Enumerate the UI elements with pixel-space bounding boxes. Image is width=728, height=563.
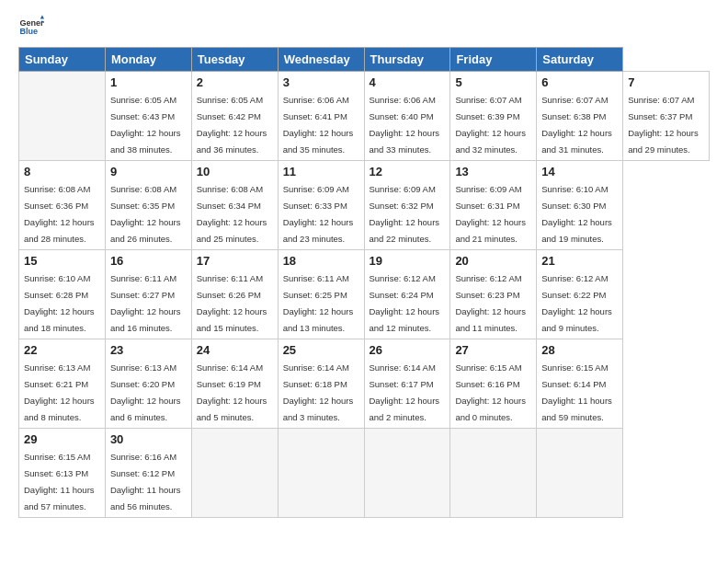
cell-info: Sunrise: 6:15 AMSunset: 6:13 PMDaylight:… xyxy=(24,452,95,511)
day-cell-17: 17 Sunrise: 6:11 AMSunset: 6:26 PMDaylig… xyxy=(191,250,278,339)
day-cell-4: 4 Sunrise: 6:06 AMSunset: 6:40 PMDayligh… xyxy=(364,72,450,161)
empty-cell-4-3 xyxy=(278,429,364,518)
day-number: 2 xyxy=(197,75,273,89)
cell-info: Sunrise: 6:12 AMSunset: 6:23 PMDaylight:… xyxy=(455,273,526,333)
day-cell-10: 10 Sunrise: 6:08 AMSunset: 6:34 PMDaylig… xyxy=(191,161,278,250)
cell-info: Sunrise: 6:10 AMSunset: 6:30 PMDaylight:… xyxy=(541,184,612,244)
day-cell-11: 11 Sunrise: 6:09 AMSunset: 6:33 PMDaylig… xyxy=(278,161,364,250)
day-number: 13 xyxy=(455,165,531,178)
cell-info: Sunrise: 6:09 AMSunset: 6:33 PMDaylight:… xyxy=(283,184,354,244)
day-number: 26 xyxy=(370,343,446,357)
day-number: 10 xyxy=(197,165,273,178)
day-cell-27: 27 Sunrise: 6:15 AMSunset: 6:16 PMDaylig… xyxy=(450,339,537,429)
cell-info: Sunrise: 6:11 AMSunset: 6:25 PMDaylight:… xyxy=(283,273,354,333)
day-cell-2: 2 Sunrise: 6:05 AMSunset: 6:42 PMDayligh… xyxy=(191,72,278,161)
cell-info: Sunrise: 6:11 AMSunset: 6:27 PMDaylight:… xyxy=(110,273,181,333)
cell-info: Sunrise: 6:09 AMSunset: 6:31 PMDaylight:… xyxy=(455,184,526,244)
column-header-sunday: Sunday xyxy=(19,48,106,72)
calendar-body: 1 Sunrise: 6:05 AMSunset: 6:43 PMDayligh… xyxy=(19,72,710,518)
day-cell-7: 7 Sunrise: 6:07 AMSunset: 6:37 PMDayligh… xyxy=(623,72,710,161)
week-row-4: 29 Sunrise: 6:15 AMSunset: 6:13 PMDaylig… xyxy=(19,429,710,518)
day-cell-25: 25 Sunrise: 6:14 AMSunset: 6:18 PMDaylig… xyxy=(278,339,364,429)
day-cell-12: 12 Sunrise: 6:09 AMSunset: 6:32 PMDaylig… xyxy=(364,161,450,250)
day-number: 21 xyxy=(541,254,618,268)
day-cell-8: 8 Sunrise: 6:08 AMSunset: 6:36 PMDayligh… xyxy=(19,161,106,250)
cell-info: Sunrise: 6:11 AMSunset: 6:26 PMDaylight:… xyxy=(197,273,267,333)
day-cell-29: 29 Sunrise: 6:15 AMSunset: 6:13 PMDaylig… xyxy=(19,429,106,518)
week-row-1: 8 Sunrise: 6:08 AMSunset: 6:36 PMDayligh… xyxy=(19,161,710,250)
column-header-friday: Friday xyxy=(450,48,537,72)
empty-cell-4-4 xyxy=(364,429,450,518)
column-header-thursday: Thursday xyxy=(364,48,450,72)
day-cell-21: 21 Sunrise: 6:12 AMSunset: 6:22 PMDaylig… xyxy=(537,250,623,339)
week-row-3: 22 Sunrise: 6:13 AMSunset: 6:21 PMDaylig… xyxy=(19,339,710,429)
cell-info: Sunrise: 6:13 AMSunset: 6:21 PMDaylight:… xyxy=(24,362,95,422)
day-cell-14: 14 Sunrise: 6:10 AMSunset: 6:30 PMDaylig… xyxy=(537,161,623,250)
day-number: 15 xyxy=(24,254,100,268)
day-number: 28 xyxy=(541,343,618,357)
day-number: 8 xyxy=(24,165,100,178)
main-container: General Blue SundayMondayTuesdayWednesda… xyxy=(0,0,728,527)
cell-info: Sunrise: 6:16 AMSunset: 6:12 PMDaylight:… xyxy=(110,452,181,511)
cell-info: Sunrise: 6:12 AMSunset: 6:24 PMDaylight:… xyxy=(370,273,440,333)
cell-info: Sunrise: 6:14 AMSunset: 6:19 PMDaylight:… xyxy=(197,362,267,422)
empty-cell-4-6 xyxy=(537,429,623,518)
column-header-monday: Monday xyxy=(105,48,191,72)
calendar-table: SundayMondayTuesdayWednesdayThursdayFrid… xyxy=(18,47,710,518)
day-cell-30: 30 Sunrise: 6:16 AMSunset: 6:12 PMDaylig… xyxy=(105,429,191,518)
day-number: 9 xyxy=(110,165,187,178)
cell-info: Sunrise: 6:14 AMSunset: 6:17 PMDaylight:… xyxy=(370,362,440,422)
logo-icon: General Blue xyxy=(18,14,44,40)
cell-info: Sunrise: 6:13 AMSunset: 6:20 PMDaylight:… xyxy=(110,362,181,422)
cell-info: Sunrise: 6:05 AMSunset: 6:42 PMDaylight:… xyxy=(197,95,267,155)
day-cell-24: 24 Sunrise: 6:14 AMSunset: 6:19 PMDaylig… xyxy=(191,339,278,429)
week-row-2: 15 Sunrise: 6:10 AMSunset: 6:28 PMDaylig… xyxy=(19,250,710,339)
cell-info: Sunrise: 6:10 AMSunset: 6:28 PMDaylight:… xyxy=(24,273,95,333)
cell-info: Sunrise: 6:09 AMSunset: 6:32 PMDaylight:… xyxy=(370,184,440,244)
day-number: 25 xyxy=(283,343,359,357)
day-cell-13: 13 Sunrise: 6:09 AMSunset: 6:31 PMDaylig… xyxy=(450,161,537,250)
day-number: 4 xyxy=(370,75,446,89)
day-cell-28: 28 Sunrise: 6:15 AMSunset: 6:14 PMDaylig… xyxy=(537,339,623,429)
svg-text:General: General xyxy=(19,18,44,28)
svg-marker-2 xyxy=(40,15,44,18)
day-number: 24 xyxy=(197,343,273,357)
day-number: 20 xyxy=(455,254,531,268)
day-cell-26: 26 Sunrise: 6:14 AMSunset: 6:17 PMDaylig… xyxy=(364,339,450,429)
day-cell-20: 20 Sunrise: 6:12 AMSunset: 6:23 PMDaylig… xyxy=(450,250,537,339)
day-number: 18 xyxy=(283,254,359,268)
cell-info: Sunrise: 6:08 AMSunset: 6:35 PMDaylight:… xyxy=(110,184,181,244)
cell-info: Sunrise: 6:15 AMSunset: 6:16 PMDaylight:… xyxy=(455,362,526,422)
day-cell-5: 5 Sunrise: 6:07 AMSunset: 6:39 PMDayligh… xyxy=(450,72,537,161)
day-cell-22: 22 Sunrise: 6:13 AMSunset: 6:21 PMDaylig… xyxy=(19,339,106,429)
cell-info: Sunrise: 6:05 AMSunset: 6:43 PMDaylight:… xyxy=(110,95,181,155)
day-number: 3 xyxy=(283,75,359,89)
svg-text:Blue: Blue xyxy=(19,27,38,36)
day-cell-9: 9 Sunrise: 6:08 AMSunset: 6:35 PMDayligh… xyxy=(105,161,191,250)
day-number: 19 xyxy=(370,254,446,268)
empty-cell-0-0 xyxy=(19,72,106,161)
empty-cell-4-2 xyxy=(191,429,278,518)
day-number: 12 xyxy=(370,165,446,178)
day-number: 1 xyxy=(110,75,187,89)
day-cell-18: 18 Sunrise: 6:11 AMSunset: 6:25 PMDaylig… xyxy=(278,250,364,339)
cell-info: Sunrise: 6:15 AMSunset: 6:14 PMDaylight:… xyxy=(541,362,612,422)
day-cell-15: 15 Sunrise: 6:10 AMSunset: 6:28 PMDaylig… xyxy=(19,250,106,339)
cell-info: Sunrise: 6:06 AMSunset: 6:40 PMDaylight:… xyxy=(370,95,440,155)
cell-info: Sunrise: 6:07 AMSunset: 6:39 PMDaylight:… xyxy=(455,95,526,155)
day-cell-3: 3 Sunrise: 6:06 AMSunset: 6:41 PMDayligh… xyxy=(278,72,364,161)
cell-info: Sunrise: 6:12 AMSunset: 6:22 PMDaylight:… xyxy=(541,273,612,333)
day-cell-16: 16 Sunrise: 6:11 AMSunset: 6:27 PMDaylig… xyxy=(105,250,191,339)
logo: General Blue xyxy=(18,14,48,40)
day-cell-23: 23 Sunrise: 6:13 AMSunset: 6:20 PMDaylig… xyxy=(105,339,191,429)
day-cell-6: 6 Sunrise: 6:07 AMSunset: 6:38 PMDayligh… xyxy=(537,72,623,161)
column-header-saturday: Saturday xyxy=(537,48,623,72)
cell-info: Sunrise: 6:08 AMSunset: 6:36 PMDaylight:… xyxy=(24,184,95,244)
day-number: 30 xyxy=(110,432,187,446)
day-number: 22 xyxy=(24,343,100,357)
day-cell-19: 19 Sunrise: 6:12 AMSunset: 6:24 PMDaylig… xyxy=(364,250,450,339)
day-cell-1: 1 Sunrise: 6:05 AMSunset: 6:43 PMDayligh… xyxy=(105,72,191,161)
column-header-wednesday: Wednesday xyxy=(278,48,364,72)
header-area: General Blue xyxy=(18,14,710,40)
cell-info: Sunrise: 6:06 AMSunset: 6:41 PMDaylight:… xyxy=(283,95,354,155)
